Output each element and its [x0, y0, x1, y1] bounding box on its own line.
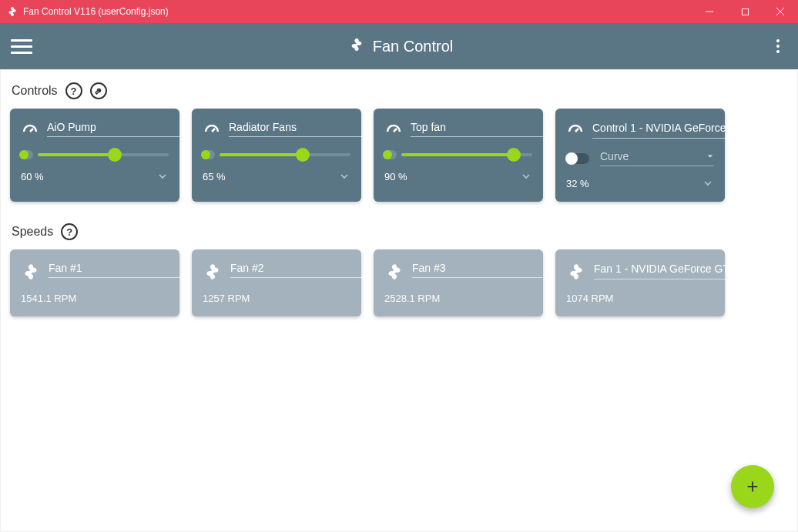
control-card-gpu: Curve 32 %	[555, 109, 725, 202]
gauge-icon	[566, 121, 585, 139]
speed-name-input[interactable]	[49, 260, 183, 278]
expand-chevron-icon[interactable]	[338, 170, 350, 182]
rpm-label: 1074 RPM	[566, 293, 714, 304]
speed-card: 1257 RPM	[192, 249, 361, 316]
control-card: 60 %	[10, 109, 179, 202]
expand-chevron-icon[interactable]	[156, 170, 169, 182]
speed-card: 1541.1 RPM	[10, 249, 179, 316]
app-fan-icon	[6, 5, 18, 18]
controls-label: Controls	[12, 84, 58, 98]
speed-card: 1074 RPM	[555, 249, 725, 316]
help-icon[interactable]: ?	[61, 223, 78, 240]
svg-line-9	[575, 129, 578, 132]
fan-icon	[384, 262, 404, 282]
fan-icon	[21, 262, 41, 282]
gauge-icon	[384, 121, 403, 139]
app-title: Fan Control	[32, 36, 769, 57]
dropdown-triangle-icon	[706, 152, 714, 160]
window-title: Fan Control V116 (userConfig.json)	[23, 6, 169, 17]
window-minimize-button[interactable]	[692, 0, 727, 23]
speeds-row: 1541.1 RPM 1257 RPM 2528.1 RPM	[8, 249, 790, 316]
slider-toggle-icon[interactable]	[384, 150, 397, 159]
help-icon[interactable]: ?	[65, 82, 82, 99]
plus-icon	[744, 478, 761, 495]
expand-chevron-icon[interactable]	[702, 177, 714, 189]
speed-name-input[interactable]	[230, 260, 365, 278]
window-titlebar: Fan Control V116 (userConfig.json)	[0, 0, 798, 23]
window-close-button[interactable]	[763, 0, 798, 23]
app-title-text: Fan Control	[373, 38, 454, 55]
svg-line-8	[394, 129, 397, 132]
gauge-icon	[203, 121, 221, 139]
controls-section-header: Controls ?	[8, 78, 790, 109]
fan-icon	[348, 36, 365, 57]
percent-label: 32 %	[566, 178, 589, 189]
content-area: Controls ? 60 %	[0, 69, 798, 532]
menu-hamburger-button[interactable]	[11, 39, 32, 54]
control-name-input[interactable]	[229, 119, 364, 137]
rpm-label: 1257 RPM	[203, 293, 350, 304]
control-card: 90 %	[374, 109, 543, 202]
rpm-label: 1541.1 RPM	[21, 293, 169, 304]
curve-toggle[interactable]	[566, 153, 589, 164]
svg-rect-2	[742, 8, 748, 15]
curve-select[interactable]: Curve	[600, 150, 714, 166]
speed-slider[interactable]	[401, 153, 532, 156]
control-name-input[interactable]	[592, 119, 727, 139]
control-name-input[interactable]	[47, 119, 182, 137]
app-menu-button[interactable]	[769, 39, 787, 53]
add-fab-button[interactable]	[731, 465, 774, 508]
control-card: 65 %	[192, 109, 361, 202]
speeds-section-header: Speeds ?	[8, 219, 790, 249]
percent-label: 90 %	[384, 171, 407, 182]
speed-name-input[interactable]	[594, 260, 729, 279]
window-maximize-button[interactable]	[727, 0, 763, 23]
control-name-input[interactable]	[411, 119, 545, 137]
speed-name-input[interactable]	[412, 260, 547, 278]
percent-label: 65 %	[203, 171, 226, 182]
controls-row: 60 % 65 %	[8, 109, 790, 202]
fan-icon	[203, 262, 223, 282]
card-menu-button[interactable]	[735, 119, 740, 134]
speeds-label: Speeds	[12, 225, 53, 239]
app-bar: Fan Control	[0, 23, 798, 69]
fan-icon	[566, 262, 586, 282]
speed-slider[interactable]	[38, 153, 169, 156]
percent-label: 60 %	[21, 171, 44, 182]
speed-card: 2528.1 RPM	[374, 249, 543, 316]
speed-slider[interactable]	[220, 153, 350, 156]
rpm-label: 2528.1 RPM	[384, 293, 532, 304]
slider-toggle-icon[interactable]	[21, 150, 33, 159]
gauge-icon	[21, 121, 39, 139]
curve-select-label: Curve	[600, 150, 629, 162]
card-menu-button[interactable]	[736, 260, 742, 275]
svg-marker-10	[708, 155, 713, 157]
svg-line-6	[30, 129, 33, 132]
slider-toggle-icon[interactable]	[203, 150, 215, 159]
wrench-icon[interactable]	[90, 82, 107, 99]
svg-line-7	[212, 129, 215, 132]
expand-chevron-icon[interactable]	[520, 170, 532, 182]
